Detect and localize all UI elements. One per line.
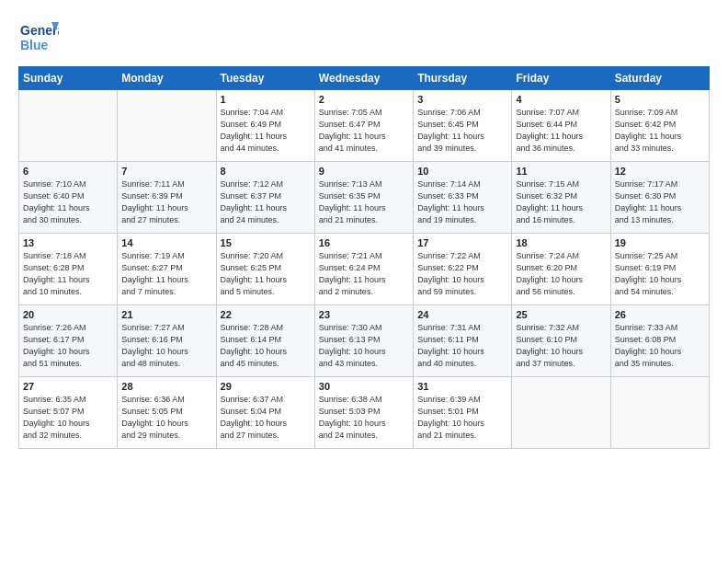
day-number: 21 xyxy=(121,309,211,320)
week-row-4: 20Sunrise: 7:26 AM Sunset: 6:17 PM Dayli… xyxy=(19,305,710,377)
day-number: 16 xyxy=(319,237,409,248)
weekday-header-row: SundayMondayTuesdayWednesdayThursdayFrid… xyxy=(19,67,710,90)
calendar-cell: 7Sunrise: 7:11 AM Sunset: 6:39 PM Daylig… xyxy=(118,162,216,234)
calendar-cell xyxy=(610,377,709,449)
calendar-cell: 12Sunrise: 7:17 AM Sunset: 6:30 PM Dayli… xyxy=(610,162,709,234)
day-number: 12 xyxy=(615,166,705,177)
calendar-cell: 20Sunrise: 7:26 AM Sunset: 6:17 PM Dayli… xyxy=(19,305,118,377)
calendar-cell: 17Sunrise: 7:22 AM Sunset: 6:22 PM Dayli… xyxy=(414,234,512,305)
weekday-header-thursday: Thursday xyxy=(414,67,512,90)
day-info: Sunrise: 7:04 AM Sunset: 6:49 PM Dayligh… xyxy=(221,107,311,155)
day-number: 27 xyxy=(23,381,113,392)
day-info: Sunrise: 6:35 AM Sunset: 5:07 PM Dayligh… xyxy=(23,394,113,442)
day-number: 24 xyxy=(417,309,507,320)
day-info: Sunrise: 7:17 AM Sunset: 6:30 PM Dayligh… xyxy=(615,178,705,226)
day-info: Sunrise: 6:36 AM Sunset: 5:05 PM Dayligh… xyxy=(121,394,211,442)
day-number: 22 xyxy=(221,309,311,320)
day-info: Sunrise: 6:37 AM Sunset: 5:04 PM Dayligh… xyxy=(221,394,311,442)
calendar-cell: 6Sunrise: 7:10 AM Sunset: 6:40 PM Daylig… xyxy=(19,162,118,234)
day-number: 8 xyxy=(221,166,311,177)
calendar-cell: 29Sunrise: 6:37 AM Sunset: 5:04 PM Dayli… xyxy=(216,377,314,449)
day-number: 11 xyxy=(516,166,606,177)
day-info: Sunrise: 7:06 AM Sunset: 6:45 PM Dayligh… xyxy=(417,107,507,155)
calendar-cell: 18Sunrise: 7:24 AM Sunset: 6:20 PM Dayli… xyxy=(512,234,610,305)
weekday-header-wednesday: Wednesday xyxy=(314,67,413,90)
calendar-cell: 28Sunrise: 6:36 AM Sunset: 5:05 PM Dayli… xyxy=(118,377,216,449)
calendar-cell: 2Sunrise: 7:05 AM Sunset: 6:47 PM Daylig… xyxy=(314,90,413,162)
day-info: Sunrise: 7:24 AM Sunset: 6:20 PM Dayligh… xyxy=(516,250,606,298)
day-number: 28 xyxy=(121,381,211,392)
svg-text:Blue: Blue xyxy=(20,38,49,52)
day-info: Sunrise: 7:20 AM Sunset: 6:25 PM Dayligh… xyxy=(221,250,311,298)
day-info: Sunrise: 7:15 AM Sunset: 6:32 PM Dayligh… xyxy=(516,178,606,226)
day-number: 19 xyxy=(615,237,705,248)
day-number: 30 xyxy=(319,381,409,392)
day-number: 20 xyxy=(23,309,113,320)
day-info: Sunrise: 7:26 AM Sunset: 6:17 PM Dayligh… xyxy=(23,322,113,370)
day-info: Sunrise: 7:05 AM Sunset: 6:47 PM Dayligh… xyxy=(319,107,409,155)
calendar-cell xyxy=(19,90,118,162)
day-number: 10 xyxy=(417,166,507,177)
calendar-cell: 30Sunrise: 6:38 AM Sunset: 5:03 PM Dayli… xyxy=(314,377,413,449)
day-number: 6 xyxy=(23,166,113,177)
day-number: 2 xyxy=(319,94,409,105)
day-info: Sunrise: 7:10 AM Sunset: 6:40 PM Dayligh… xyxy=(23,178,113,226)
logo: General Blue xyxy=(18,15,63,55)
calendar-cell: 27Sunrise: 6:35 AM Sunset: 5:07 PM Dayli… xyxy=(19,377,118,449)
day-info: Sunrise: 7:09 AM Sunset: 6:42 PM Dayligh… xyxy=(615,107,705,155)
calendar-cell: 21Sunrise: 7:27 AM Sunset: 6:16 PM Dayli… xyxy=(118,305,216,377)
day-info: Sunrise: 7:11 AM Sunset: 6:39 PM Dayligh… xyxy=(121,178,211,226)
calendar-cell: 23Sunrise: 7:30 AM Sunset: 6:13 PM Dayli… xyxy=(314,305,413,377)
day-number: 31 xyxy=(417,381,507,392)
day-number: 4 xyxy=(516,94,606,105)
day-info: Sunrise: 7:28 AM Sunset: 6:14 PM Dayligh… xyxy=(221,322,311,370)
weekday-header-saturday: Saturday xyxy=(610,67,709,90)
header: General Blue xyxy=(18,15,710,55)
weekday-header-sunday: Sunday xyxy=(19,67,118,90)
calendar-cell xyxy=(512,377,610,449)
calendar-cell: 8Sunrise: 7:12 AM Sunset: 6:37 PM Daylig… xyxy=(216,162,314,234)
day-number: 15 xyxy=(221,237,311,248)
day-info: Sunrise: 7:31 AM Sunset: 6:11 PM Dayligh… xyxy=(417,322,507,370)
week-row-2: 6Sunrise: 7:10 AM Sunset: 6:40 PM Daylig… xyxy=(19,162,710,234)
calendar-cell: 10Sunrise: 7:14 AM Sunset: 6:33 PM Dayli… xyxy=(414,162,512,234)
day-info: Sunrise: 7:32 AM Sunset: 6:10 PM Dayligh… xyxy=(516,322,606,370)
calendar-cell: 5Sunrise: 7:09 AM Sunset: 6:42 PM Daylig… xyxy=(610,90,709,162)
day-number: 5 xyxy=(615,94,705,105)
day-info: Sunrise: 7:19 AM Sunset: 6:27 PM Dayligh… xyxy=(121,250,211,298)
calendar-cell: 4Sunrise: 7:07 AM Sunset: 6:44 PM Daylig… xyxy=(512,90,610,162)
day-info: Sunrise: 7:18 AM Sunset: 6:28 PM Dayligh… xyxy=(23,250,113,298)
calendar-cell: 1Sunrise: 7:04 AM Sunset: 6:49 PM Daylig… xyxy=(216,90,314,162)
calendar-cell: 9Sunrise: 7:13 AM Sunset: 6:35 PM Daylig… xyxy=(314,162,413,234)
weekday-header-friday: Friday xyxy=(512,67,610,90)
calendar-cell: 22Sunrise: 7:28 AM Sunset: 6:14 PM Dayli… xyxy=(216,305,314,377)
day-number: 13 xyxy=(23,237,113,248)
weekday-header-monday: Monday xyxy=(118,67,216,90)
week-row-1: 1Sunrise: 7:04 AM Sunset: 6:49 PM Daylig… xyxy=(19,90,710,162)
calendar-cell: 19Sunrise: 7:25 AM Sunset: 6:19 PM Dayli… xyxy=(610,234,709,305)
calendar-cell: 16Sunrise: 7:21 AM Sunset: 6:24 PM Dayli… xyxy=(314,234,413,305)
day-info: Sunrise: 7:22 AM Sunset: 6:22 PM Dayligh… xyxy=(417,250,507,298)
calendar-cell: 11Sunrise: 7:15 AM Sunset: 6:32 PM Dayli… xyxy=(512,162,610,234)
day-info: Sunrise: 7:14 AM Sunset: 6:33 PM Dayligh… xyxy=(417,178,507,226)
day-info: Sunrise: 7:07 AM Sunset: 6:44 PM Dayligh… xyxy=(516,107,606,155)
day-info: Sunrise: 7:21 AM Sunset: 6:24 PM Dayligh… xyxy=(319,250,409,298)
day-number: 9 xyxy=(319,166,409,177)
calendar-table: SundayMondayTuesdayWednesdayThursdayFrid… xyxy=(18,66,710,449)
calendar-cell: 24Sunrise: 7:31 AM Sunset: 6:11 PM Dayli… xyxy=(414,305,512,377)
day-number: 23 xyxy=(319,309,409,320)
day-info: Sunrise: 7:12 AM Sunset: 6:37 PM Dayligh… xyxy=(221,178,311,226)
day-number: 1 xyxy=(221,94,311,105)
calendar-cell: 15Sunrise: 7:20 AM Sunset: 6:25 PM Dayli… xyxy=(216,234,314,305)
day-number: 7 xyxy=(121,166,211,177)
calendar-cell: 25Sunrise: 7:32 AM Sunset: 6:10 PM Dayli… xyxy=(512,305,610,377)
day-info: Sunrise: 7:33 AM Sunset: 6:08 PM Dayligh… xyxy=(615,322,705,370)
page: General Blue SundayMondayTuesdayWednesda… xyxy=(0,0,728,458)
calendar-cell: 13Sunrise: 7:18 AM Sunset: 6:28 PM Dayli… xyxy=(19,234,118,305)
day-info: Sunrise: 6:39 AM Sunset: 5:01 PM Dayligh… xyxy=(417,394,507,442)
calendar-cell xyxy=(118,90,216,162)
day-number: 3 xyxy=(417,94,507,105)
calendar-cell: 31Sunrise: 6:39 AM Sunset: 5:01 PM Dayli… xyxy=(414,377,512,449)
calendar-cell: 14Sunrise: 7:19 AM Sunset: 6:27 PM Dayli… xyxy=(118,234,216,305)
day-info: Sunrise: 7:13 AM Sunset: 6:35 PM Dayligh… xyxy=(319,178,409,226)
